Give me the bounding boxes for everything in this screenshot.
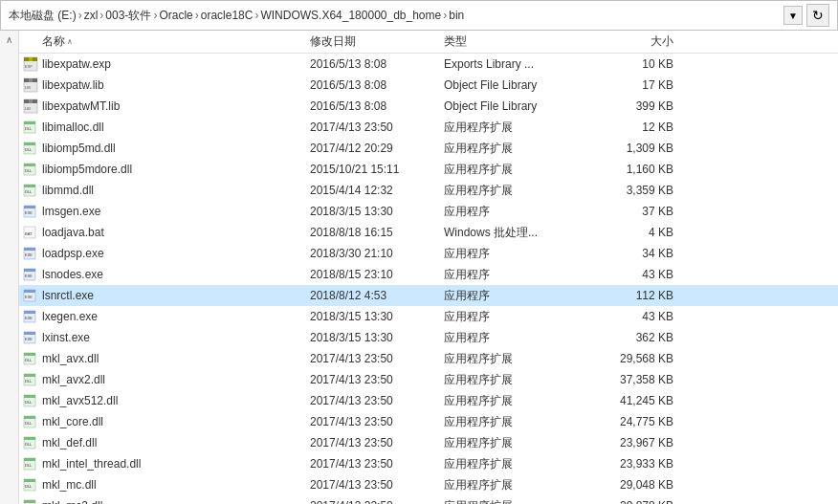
file-date: 2015/10/21 15:11 — [310, 163, 444, 176]
sidebar: ∧ — [0, 31, 19, 504]
svg-rect-57 — [24, 416, 35, 419]
file-size: 43 KB — [597, 268, 673, 281]
file-icon-exe: EXE — [23, 246, 38, 261]
file-row[interactable]: EXE loadpsp.exe 2018/3/30 21:10 应用程序 34 … — [19, 243, 838, 264]
file-row[interactable]: DLL libimalloc.dll 2017/4/13 23:50 应用程序扩… — [19, 117, 838, 138]
file-row[interactable]: EXE lxinst.exe 2018/3/15 13:30 应用程序 362 … — [19, 327, 838, 348]
file-date: 2017/4/13 23:50 — [310, 415, 444, 428]
svg-rect-51 — [24, 374, 35, 377]
path-drive[interactable]: 本地磁盘 (E:) — [9, 8, 77, 24]
svg-text:DLL: DLL — [25, 400, 33, 405]
file-size: 29,048 KB — [597, 478, 673, 492]
svg-text:EXE: EXE — [25, 337, 33, 341]
file-name: mkl_avx2.dll — [42, 373, 310, 386]
file-row[interactable]: DLL libiomp5mdore.dll 2015/10/21 15:11 应… — [19, 159, 838, 180]
file-row[interactable]: LIB libexpatw.lib 2016/5/13 8:08 Object … — [19, 75, 838, 96]
svg-text:EXE: EXE — [25, 252, 33, 257]
file-size: 43 KB — [597, 310, 673, 323]
col-header-name[interactable]: 名称 ∧ — [23, 33, 310, 50]
file-name: lsnodes.exe — [42, 268, 310, 281]
file-name: lmsgen.exe — [42, 205, 310, 218]
file-size: 12 KB — [597, 121, 673, 134]
file-row[interactable]: DLL libmmd.dll 2015/4/14 12:32 应用程序扩展 3,… — [19, 180, 838, 201]
path-bin[interactable]: bin — [449, 9, 464, 22]
path-003[interactable]: 003-软件 — [105, 8, 151, 24]
file-icon-dll: DLL — [23, 393, 38, 408]
file-size: 23,933 KB — [597, 457, 673, 471]
file-icon-exe: EXE — [23, 309, 38, 324]
file-type: Object File Library — [444, 78, 597, 92]
file-size: 23,967 KB — [597, 436, 673, 449]
svg-rect-66 — [24, 479, 35, 482]
file-row[interactable]: DLL mkl_mc.dll 2017/4/13 23:50 应用程序扩展 29… — [19, 474, 838, 495]
svg-rect-69 — [24, 500, 35, 503]
file-row[interactable]: DLL mkl_mc3.dll 2017/4/13 23:50 应用程序扩展 2… — [19, 495, 838, 504]
file-type: 应用程序扩展 — [444, 498, 597, 505]
file-icon-lib: LIB — [23, 77, 38, 93]
file-name: mkl_intel_thread.dll — [42, 457, 310, 471]
col-header-size[interactable]: 大小 — [597, 33, 673, 50]
svg-rect-33 — [24, 248, 35, 251]
svg-rect-22 — [24, 164, 35, 166]
file-icon-dll: DLL — [23, 414, 38, 429]
file-size: 10 KB — [597, 57, 673, 71]
svg-text:DLL: DLL — [25, 189, 33, 194]
svg-text:DLL: DLL — [25, 147, 33, 152]
file-row[interactable]: DLL mkl_intel_thread.dll 2017/4/13 23:50… — [19, 453, 838, 474]
svg-rect-1 — [24, 57, 29, 61]
file-row[interactable]: LIB libexpatwMT.lib 2016/5/13 8:08 Objec… — [19, 96, 838, 117]
file-row[interactable]: EXE lxegen.exe 2018/3/15 13:30 应用程序 43 K… — [19, 306, 838, 327]
svg-rect-28 — [24, 206, 35, 208]
file-name: mkl_mc.dll — [42, 478, 310, 492]
path-windows-x64[interactable]: WINDOWS.X64_180000_db_home — [260, 9, 441, 22]
file-row[interactable]: EXE lmsgen.exe 2018/3/15 13:30 应用程序 37 K… — [19, 201, 838, 222]
path-oracle[interactable]: Oracle — [159, 9, 192, 22]
file-type: 应用程序扩展 — [444, 414, 597, 430]
file-date: 2015/4/14 12:32 — [310, 184, 444, 197]
file-row[interactable]: EXP libexpatw.exp 2016/5/13 8:08 Exports… — [19, 54, 838, 75]
file-icon-dll: DLL — [23, 162, 38, 177]
col-header-type[interactable]: 类型 — [444, 33, 597, 50]
sidebar-collapse-arrow[interactable]: ∧ — [6, 34, 12, 45]
file-date: 2018/3/15 13:30 — [310, 331, 444, 344]
col-header-date[interactable]: 修改日期 — [310, 33, 444, 50]
file-row[interactable]: DLL mkl_avx2.dll 2017/4/13 23:50 应用程序扩展 … — [19, 369, 838, 390]
file-date: 2018/3/15 13:30 — [310, 205, 444, 218]
file-row[interactable]: BAT loadjava.bat 2018/8/18 16:15 Windows… — [19, 222, 838, 243]
file-type: Windows 批处理... — [444, 225, 597, 241]
file-size: 34 KB — [597, 247, 673, 260]
svg-text:DLL: DLL — [25, 358, 33, 362]
file-list[interactable]: EXP libexpatw.exp 2016/5/13 8:08 Exports… — [19, 54, 838, 504]
file-type: 应用程序扩展 — [444, 183, 597, 199]
file-name: mkl_def.dll — [42, 436, 310, 449]
file-type: 应用程序扩展 — [444, 372, 597, 388]
file-date: 2018/3/30 21:10 — [310, 247, 444, 260]
refresh-button[interactable]: ↻ — [806, 4, 829, 27]
file-row[interactable]: EXE lsnodes.exe 2018/8/15 23:10 应用程序 43 … — [19, 264, 838, 285]
file-row[interactable]: DLL libiomp5md.dll 2017/4/12 20:29 应用程序扩… — [19, 138, 838, 159]
file-date: 2017/4/12 20:29 — [310, 142, 444, 155]
file-icon-exe: EXE — [23, 204, 38, 219]
file-size: 37,358 KB — [597, 373, 673, 386]
file-row[interactable]: DLL mkl_avx.dll 2017/4/13 23:50 应用程序扩展 2… — [19, 348, 838, 369]
file-name: mkl_avx512.dll — [42, 394, 310, 407]
file-type: 应用程序扩展 — [444, 351, 597, 367]
file-row[interactable]: DLL mkl_core.dll 2017/4/13 23:50 应用程序扩展 … — [19, 411, 838, 432]
address-dropdown-button[interactable]: ▼ — [783, 6, 803, 25]
file-row[interactable]: EXE lsnrctl.exe 2018/8/12 4:53 应用程序 112 … — [19, 285, 838, 306]
svg-text:EXP: EXP — [25, 64, 33, 69]
svg-rect-60 — [24, 437, 35, 440]
file-size: 41,245 KB — [597, 394, 673, 407]
path-oracle18c[interactable]: oracle18C — [201, 9, 254, 22]
file-size: 1,309 KB — [597, 142, 673, 155]
file-type: 应用程序 — [444, 330, 597, 346]
file-row[interactable]: DLL mkl_avx512.dll 2017/4/13 23:50 应用程序扩… — [19, 390, 838, 411]
file-date: 2017/4/13 23:50 — [310, 499, 444, 504]
file-row[interactable]: DLL mkl_def.dll 2017/4/13 23:50 应用程序扩展 2… — [19, 432, 838, 453]
file-name: libiomp5mdore.dll — [42, 163, 310, 176]
file-icon-exe: EXE — [23, 288, 38, 303]
svg-text:DLL: DLL — [25, 463, 33, 468]
svg-rect-45 — [24, 332, 35, 335]
path-zxl[interactable]: zxl — [84, 9, 99, 22]
svg-rect-12 — [29, 99, 33, 103]
